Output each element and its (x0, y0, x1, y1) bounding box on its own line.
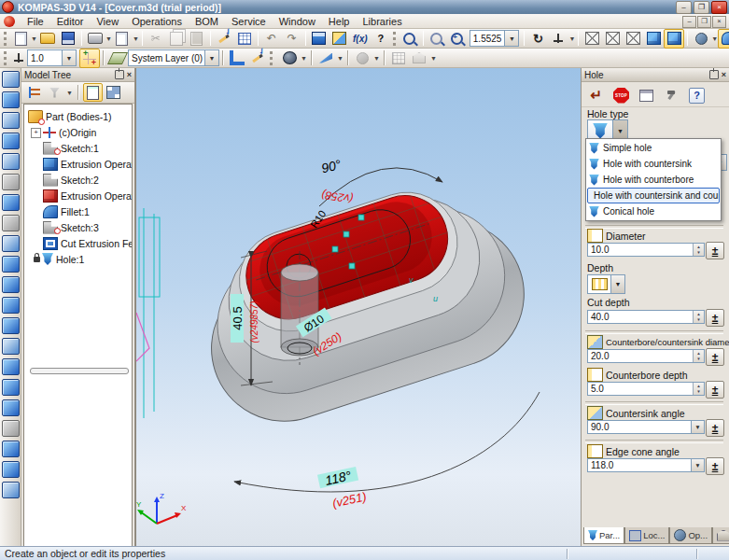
round-boss-icon[interactable] (2, 379, 20, 396)
tree-item-label[interactable]: Cut Extrusion Feature:1 (61, 238, 133, 249)
current-step-combo[interactable]: 1.0 ▼ (27, 49, 77, 66)
mdi-minimize-button[interactable]: – (682, 16, 696, 28)
spinner-down-icon[interactable]: ▼ (694, 317, 704, 322)
perspective-dropdown[interactable]: ▼ (711, 31, 718, 47)
hole-type-option-conical[interactable]: Conical hole (587, 203, 720, 219)
current-step-dropdown[interactable]: ▼ (62, 50, 76, 65)
menu-view[interactable]: View (90, 15, 125, 28)
cb-cs-diameter-variable-button[interactable]: ± (706, 348, 724, 366)
zoom-selection-button[interactable]: + (447, 29, 468, 49)
cut-button[interactable]: ✂ (146, 29, 166, 49)
preview-dropdown[interactable]: ▼ (133, 31, 139, 47)
layers-button[interactable] (107, 49, 128, 68)
draft-icon[interactable] (2, 420, 20, 437)
tree-document-button[interactable] (83, 83, 103, 102)
dimension-icon[interactable] (2, 174, 20, 190)
shaded-with-edges-button[interactable] (664, 29, 684, 49)
counterbore-depth-input[interactable]: 5.0 (587, 382, 705, 396)
tree-item-label[interactable]: Hole:1 (56, 254, 84, 265)
zoom-in-button[interactable] (400, 29, 420, 49)
zoom-area-button[interactable] (427, 29, 447, 49)
save-button[interactable] (58, 29, 78, 49)
mdi-close-button[interactable]: × (712, 16, 726, 28)
menu-libraries[interactable]: Libraries (356, 15, 408, 28)
sheet-format-dropdown[interactable]: ▼ (429, 50, 438, 66)
hole-operation-icon[interactable] (2, 399, 20, 416)
spinner-down-icon[interactable]: ▼ (694, 357, 704, 361)
menu-file[interactable]: File (21, 15, 50, 28)
chamfer-icon[interactable] (2, 441, 20, 457)
diameter-variable-button[interactable]: ± (706, 242, 724, 259)
plane-icon[interactable] (2, 235, 20, 252)
edge-cone-angle-variable-button[interactable]: ± (706, 457, 724, 475)
extrusion-boss-icon[interactable] (2, 297, 20, 314)
shaded-button[interactable] (643, 29, 664, 49)
shell-icon[interactable] (2, 276, 20, 293)
solid-body-button[interactable] (315, 49, 336, 68)
paste-button[interactable] (187, 29, 207, 49)
dim-angle-top[interactable]: 90° (320, 157, 343, 176)
pin-icon[interactable] (115, 70, 124, 79)
cb-cs-diameter-input[interactable]: 20.0 (587, 349, 705, 363)
hidden-dashed-button[interactable] (623, 29, 643, 49)
hole-type-option-countersink-counterbore[interactable]: Hole with countersink and counterbore (587, 188, 720, 203)
zoom-scale-dropdown[interactable]: ▼ (504, 31, 518, 46)
print-preview-button[interactable] (112, 29, 133, 49)
filter-icon[interactable] (2, 194, 20, 211)
auxiliary-geometry-icon[interactable] (2, 153, 20, 170)
tree-relations-button[interactable] (104, 83, 123, 102)
current-step-value[interactable]: 1.0 (28, 53, 62, 63)
countersink-angle-variable-button[interactable]: ± (706, 419, 724, 437)
menu-service[interactable]: Service (225, 15, 273, 28)
tree-item-fillet[interactable]: Fillet:1 (24, 203, 132, 219)
tree-structure-button[interactable] (24, 83, 44, 102)
preview-button[interactable] (636, 85, 657, 105)
zoom-scale-combo[interactable]: 1.5525 ▼ (470, 30, 520, 47)
counterbore-depth-variable-button[interactable]: ± (706, 381, 724, 399)
print-dropdown[interactable]: ▼ (105, 31, 112, 47)
tree-item-label[interactable]: Sketch:3 (61, 222, 99, 233)
rebuild-button[interactable] (661, 85, 682, 105)
tab-parameters[interactable]: Par... (583, 527, 624, 544)
counterbore-depth-spinner[interactable]: ▲ ▼ (693, 383, 704, 395)
dim-angle-bottom-118[interactable]: 118° (324, 468, 353, 488)
sheet-format-button[interactable] (409, 49, 429, 68)
spreadsheet-button[interactable] (234, 29, 255, 49)
local-cs-button[interactable] (227, 49, 247, 68)
countersink-angle-input[interactable]: 90.0 (587, 420, 705, 434)
hole-type-option-countersink[interactable]: Hole with countersink (587, 156, 720, 172)
model-state-dropdown[interactable]: ▼ (300, 50, 308, 66)
mdi-restore-button[interactable]: ❐ (697, 16, 711, 28)
context-help-button[interactable]: ? (371, 29, 391, 49)
tree-item-sketch2[interactable]: Sketch:2 (24, 172, 132, 188)
surface-icon[interactable] (2, 112, 20, 129)
dim-height-40-5[interactable]: 40.5 (231, 306, 245, 329)
redo-button[interactable]: ↷ (282, 29, 302, 49)
tree-item-label[interactable]: (c)Origin (59, 127, 96, 138)
cut-depth-input[interactable]: 40.0 (587, 310, 705, 324)
spinner-up-icon[interactable]: ▲ (694, 351, 704, 356)
interrupt-command-button[interactable]: STOP (610, 85, 632, 105)
menu-window[interactable]: Window (273, 15, 322, 28)
cb-cs-diameter-spinner[interactable]: ▲ ▼ (693, 350, 704, 362)
extrusion-cut-icon[interactable] (2, 317, 20, 334)
menu-help[interactable]: Help (322, 15, 357, 28)
tree-item-sketch1[interactable]: Sketch:1 (24, 140, 132, 156)
dim-var-v258[interactable]: (v258) (321, 189, 355, 206)
zoom-scale-value[interactable]: 1.5525 (470, 34, 505, 44)
library-manager-button[interactable] (329, 29, 350, 49)
copy-properties-button[interactable] (214, 29, 234, 49)
undo-button[interactable]: ↶ (261, 29, 282, 49)
perspective-button[interactable] (691, 29, 711, 49)
tree-filter-button[interactable] (45, 83, 64, 102)
cut-depth-variable-button[interactable]: ± (706, 309, 724, 327)
menu-operations[interactable]: Operations (125, 15, 189, 28)
create-object-button[interactable]: ↵ (585, 85, 607, 105)
tree-item-label[interactable]: Extrusion Operation:1 (61, 159, 133, 170)
print-button[interactable] (85, 29, 105, 49)
tab-location[interactable]: Loc... (624, 527, 669, 544)
spinner-down-icon[interactable]: ▼ (694, 389, 704, 394)
help-button[interactable]: ? (686, 85, 708, 105)
wireframe-button[interactable] (582, 29, 602, 49)
layer-dropdown[interactable]: ▼ (204, 50, 218, 65)
